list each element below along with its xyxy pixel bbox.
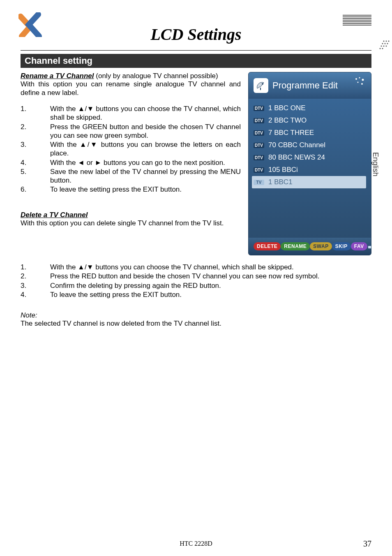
dtv-badge: DTV xyxy=(254,143,264,148)
rename-step: Press the GREEN button and beside the ch… xyxy=(50,123,241,140)
svg-point-15 xyxy=(357,82,359,83)
osd-channel-item: DTV 70 CBBC Channel xyxy=(254,139,366,151)
channel-label: 70 CBBC Channel xyxy=(268,141,325,149)
decor-lines xyxy=(343,15,371,26)
osd-channel-item: DTV 80 BBC NEWS 24 xyxy=(254,151,366,164)
svg-point-16 xyxy=(361,83,363,85)
osd-channel-item-selected: TV 1 BBC1 xyxy=(252,176,366,188)
brand-logo xyxy=(18,12,47,37)
delete-step: With the ▲/▼ buttons you can choose the … xyxy=(50,263,371,271)
svg-point-8 xyxy=(386,46,387,47)
delete-pill: DELETE xyxy=(254,242,281,250)
osd-screenshot: Programme Edit DTV 1 BBC ONE xyxy=(248,72,371,255)
skip-pill: SKIP xyxy=(332,242,351,250)
channel-label: 1 BBC1 xyxy=(268,178,293,186)
svg-point-3 xyxy=(382,43,383,44)
osd-footer: DELETE RENAME SWAP SKIP FAV xyxy=(249,238,371,255)
rename-steps: 1.With the ▲/▼ buttons you can choose th… xyxy=(21,104,241,194)
satellite-dish-icon xyxy=(254,78,268,93)
title-underline xyxy=(21,50,371,51)
delete-heading: Delete a TV Channel xyxy=(21,211,241,219)
rename-intro: With this option you can rename single a… xyxy=(21,80,241,97)
delete-step: To leave the setting press the EXIT butt… xyxy=(50,290,371,299)
section-header: Channel setting xyxy=(21,54,371,68)
page-title: LCD Settings xyxy=(21,25,371,44)
osd-channel-item: DTV 7 BBC THREE xyxy=(254,127,366,139)
rename-pill: RENAME xyxy=(281,242,310,250)
svg-point-4 xyxy=(385,43,386,44)
channel-label: 105 BBCi xyxy=(268,166,298,174)
rename-step: With the ▲/▼ buttons you can choose the … xyxy=(50,104,241,122)
dtv-badge: DTV xyxy=(254,155,264,160)
channel-label: 80 BBC NEWS 24 xyxy=(268,153,325,162)
delete-step: Confirm the deleting by pressing again t… xyxy=(50,281,371,290)
osd-channel-item: DTV 2 BBC TWO xyxy=(254,114,366,127)
svg-point-6 xyxy=(381,46,382,47)
osd-channel-item: DTV 105 BBCi xyxy=(254,164,366,176)
delete-intro: With this option you can delete single T… xyxy=(21,219,241,227)
fav-pill: FAV xyxy=(351,242,367,250)
rename-step: With the ▲/▼ buttons you can browse the … xyxy=(50,140,241,158)
svg-point-11 xyxy=(262,83,263,85)
svg-point-12 xyxy=(355,78,357,80)
footer-page-number: 37 xyxy=(363,539,371,549)
svg-point-0 xyxy=(383,41,385,42)
dtv-badge: DTV xyxy=(254,118,264,123)
rename-heading: Rename a TV Channel xyxy=(21,72,94,80)
delete-step: Press the RED button and beside the chos… xyxy=(50,272,371,280)
rename-intro-suffix: (only by analogue TV channel possible) xyxy=(96,72,218,80)
rename-step: To leave the setting press the EXIT butt… xyxy=(50,185,241,194)
svg-point-14 xyxy=(362,79,364,81)
channel-label: 2 BBC TWO xyxy=(268,116,307,125)
svg-point-7 xyxy=(383,46,385,47)
svg-point-5 xyxy=(387,43,388,44)
osd-title: Programme Edit xyxy=(272,80,338,91)
svg-point-13 xyxy=(359,77,360,79)
language-tab: English xyxy=(371,152,380,176)
svg-point-1 xyxy=(386,41,387,42)
channel-label: 7 BBC THREE xyxy=(268,129,314,137)
note-text: The selected TV channel is now deleted f… xyxy=(21,320,371,328)
swap-pill: SWAP xyxy=(310,242,332,250)
dtv-badge: DTV xyxy=(254,167,264,173)
rename-step: Save the new label of the TV channel by … xyxy=(50,167,241,185)
dtv-badge: DTV xyxy=(254,130,264,136)
delete-steps: 1.With the ▲/▼ buttons you can choose th… xyxy=(21,263,371,299)
footer-model: HTC 2228D xyxy=(180,540,212,547)
sparkle-icon xyxy=(354,76,365,88)
dtv-badge: DTV xyxy=(254,106,264,111)
svg-point-2 xyxy=(388,41,390,42)
channel-label: 1 BBC ONE xyxy=(268,104,306,112)
rename-step: With the ◄ or ► buttons you can go to th… xyxy=(50,158,241,167)
signal-icon xyxy=(367,242,371,251)
osd-channel-item: DTV 1 BBC ONE xyxy=(254,102,366,114)
tv-badge: TV xyxy=(254,180,264,185)
svg-point-10 xyxy=(382,48,383,49)
svg-rect-17 xyxy=(368,246,371,248)
svg-point-9 xyxy=(380,48,381,49)
note-label: Note: xyxy=(21,311,371,320)
osd-channel-list: DTV 1 BBC ONE DTV 2 BBC TWO DTV 7 BBC TH… xyxy=(249,99,371,238)
decor-corner xyxy=(347,8,392,49)
